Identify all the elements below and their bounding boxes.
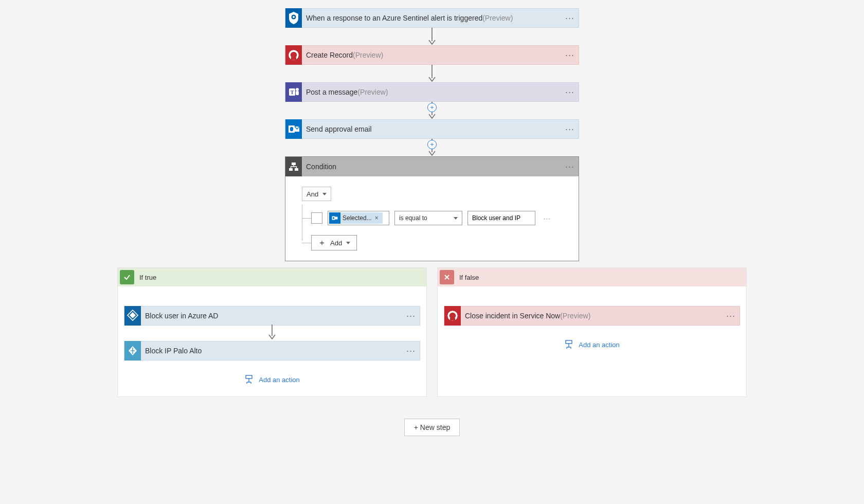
flow-designer-canvas: When a response to an Azure Sentinel ale… bbox=[0, 0, 864, 504]
token-label: Selected... bbox=[343, 214, 372, 222]
more-button[interactable]: ··· bbox=[402, 346, 420, 356]
logic-operator-dropdown[interactable]: And bbox=[302, 187, 331, 201]
add-action-icon bbox=[244, 375, 254, 384]
if-true-branch: If true Block user in Azure AD ··· bbox=[117, 267, 427, 397]
create-record-card[interactable]: Create Record(Preview) ··· bbox=[285, 45, 579, 65]
more-button[interactable]: ··· bbox=[561, 13, 579, 24]
servicenow-icon bbox=[444, 306, 461, 326]
trigger-card[interactable]: When a response to an Azure Sentinel ale… bbox=[285, 8, 579, 28]
azure-ad-icon bbox=[124, 306, 141, 326]
flow-column: When a response to an Azure Sentinel ale… bbox=[285, 8, 579, 261]
condition-icon bbox=[285, 157, 302, 176]
svg-rect-19 bbox=[292, 163, 296, 165]
chevron-down-icon bbox=[454, 217, 458, 220]
svg-rect-12 bbox=[296, 91, 299, 95]
outlook-icon bbox=[285, 119, 302, 139]
operator-dropdown[interactable]: is equal to bbox=[394, 211, 462, 225]
if-false-header[interactable]: If false bbox=[438, 268, 746, 286]
condition-row: Selected... × is equal to ··· bbox=[311, 210, 562, 226]
add-condition-button[interactable]: ＋ Add bbox=[311, 235, 357, 250]
condition-branches: If true Block user in Azure AD ··· bbox=[117, 267, 747, 397]
sentinel-icon bbox=[285, 8, 302, 28]
svg-rect-25 bbox=[335, 217, 338, 220]
add-condition-row: ＋ Add bbox=[311, 235, 562, 250]
svg-rect-21 bbox=[295, 168, 298, 171]
plus-icon: ＋ bbox=[318, 238, 326, 248]
connector-arrow bbox=[427, 65, 437, 82]
svg-text:T: T bbox=[291, 89, 294, 95]
if-false-branch: If false Close incident in Service Now(P… bbox=[437, 267, 747, 397]
remove-token-button[interactable]: × bbox=[374, 214, 380, 222]
trigger-title: When a response to an Azure Sentinel ale… bbox=[306, 14, 561, 22]
teams-post-card[interactable]: T Post a message(Preview) ··· bbox=[285, 82, 579, 102]
svg-rect-29 bbox=[246, 375, 252, 379]
add-action-label: Add an action bbox=[259, 376, 300, 384]
svg-point-11 bbox=[296, 88, 299, 91]
block-user-title: Block user in Azure AD bbox=[145, 312, 402, 320]
if-true-body: Block user in Azure AD ··· Block IP Palo… bbox=[118, 286, 426, 384]
insert-step-button[interactable]: + bbox=[427, 140, 437, 149]
connector-arrow bbox=[267, 326, 277, 341]
block-ip-palo-card[interactable]: Block IP Palo Alto ··· bbox=[124, 341, 420, 361]
row-checkbox[interactable] bbox=[311, 212, 322, 224]
check-badge bbox=[120, 270, 134, 284]
approval-email-title: Send approval email bbox=[306, 125, 561, 133]
condition-card[interactable]: Condition ··· And bbox=[285, 156, 579, 261]
servicenow-icon bbox=[285, 45, 302, 65]
if-true-label: If true bbox=[139, 274, 156, 281]
outlook-token-icon bbox=[329, 212, 340, 224]
close-incident-title: Close incident in Service Now(Preview) bbox=[465, 312, 722, 320]
condition-tree: Selected... × is equal to ··· bbox=[311, 210, 562, 250]
svg-rect-4 bbox=[285, 45, 302, 65]
left-operand-field[interactable]: Selected... × bbox=[328, 211, 389, 225]
create-record-title: Create Record(Preview) bbox=[306, 51, 561, 59]
right-operand-input[interactable] bbox=[467, 211, 535, 225]
connector-arrow bbox=[427, 28, 437, 45]
logic-operator-label: And bbox=[307, 190, 318, 198]
svg-rect-34 bbox=[444, 306, 461, 326]
more-button[interactable]: ··· bbox=[561, 50, 579, 61]
svg-point-2 bbox=[293, 16, 295, 18]
if-true-header[interactable]: If true bbox=[118, 268, 426, 286]
add-action-button[interactable]: Add an action bbox=[244, 375, 300, 384]
new-step-button[interactable]: + New step bbox=[404, 419, 460, 436]
add-action-button[interactable]: Add an action bbox=[564, 340, 620, 349]
more-button[interactable]: ··· bbox=[402, 311, 420, 321]
svg-rect-37 bbox=[566, 340, 572, 344]
x-badge bbox=[440, 270, 454, 284]
add-action-label: Add an action bbox=[579, 341, 620, 349]
more-button[interactable]: ··· bbox=[561, 124, 579, 135]
teams-icon: T bbox=[285, 82, 302, 102]
close-incident-card[interactable]: Close incident in Service Now(Preview) ·… bbox=[444, 306, 740, 326]
connector-arrow: + bbox=[427, 139, 437, 156]
condition-header[interactable]: Condition ··· bbox=[285, 157, 579, 176]
connector-arrow: + bbox=[427, 102, 437, 119]
block-user-azuread-card[interactable]: Block user in Azure AD ··· bbox=[124, 306, 420, 326]
if-false-body: Close incident in Service Now(Preview) ·… bbox=[438, 286, 746, 349]
chevron-down-icon bbox=[346, 242, 350, 244]
teams-post-title: Post a message(Preview) bbox=[306, 88, 561, 96]
add-action-icon bbox=[564, 340, 573, 349]
add-label: Add bbox=[330, 239, 342, 247]
row-more-button[interactable]: ··· bbox=[541, 214, 554, 222]
insert-step-button[interactable]: + bbox=[427, 103, 437, 112]
more-button[interactable]: ··· bbox=[722, 311, 740, 321]
if-false-label: If false bbox=[459, 274, 479, 281]
http-icon bbox=[124, 341, 141, 361]
condition-body: And Selected... × bbox=[285, 176, 579, 261]
dynamic-token[interactable]: Selected... × bbox=[329, 212, 383, 224]
block-ip-title: Block IP Palo Alto bbox=[145, 347, 402, 355]
approval-email-card[interactable]: Send approval email ··· bbox=[285, 119, 579, 139]
chevron-down-icon bbox=[322, 193, 327, 195]
more-button[interactable]: ··· bbox=[561, 87, 579, 98]
condition-title: Condition bbox=[306, 163, 561, 171]
svg-rect-20 bbox=[289, 168, 293, 171]
svg-point-24 bbox=[333, 217, 334, 219]
svg-point-16 bbox=[290, 127, 293, 131]
more-button[interactable]: ··· bbox=[561, 161, 579, 172]
operator-label: is equal to bbox=[399, 214, 427, 222]
